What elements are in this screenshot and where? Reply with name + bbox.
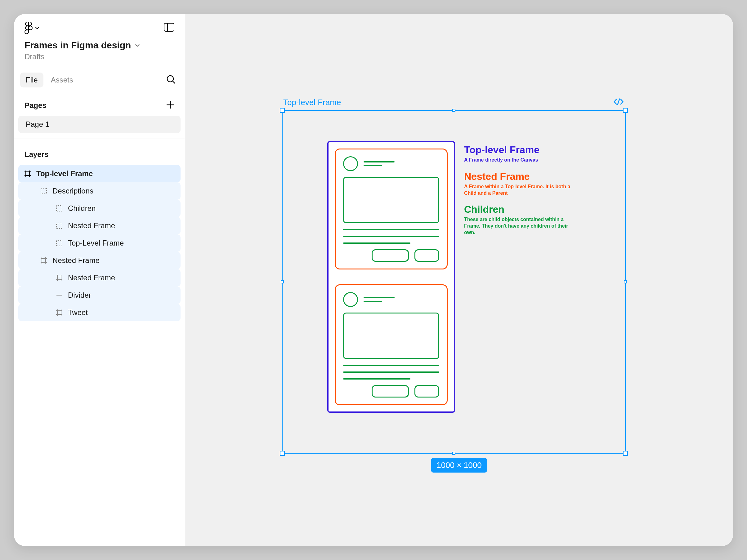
chevron-down-icon — [35, 26, 40, 29]
child-button — [371, 385, 409, 398]
desc-top-body: A Frame directly on the Canvas — [464, 157, 579, 163]
layer-row-divider[interactable]: Divider — [18, 287, 181, 304]
desc-children-body: These are child objects contained within… — [464, 216, 579, 236]
line-icon — [55, 291, 63, 299]
child-line — [343, 236, 439, 237]
child-imagebox — [343, 177, 439, 223]
add-page-button[interactable] — [166, 101, 174, 110]
resize-handle-tr[interactable] — [623, 108, 628, 113]
child-imagebox — [343, 313, 439, 359]
layer-row-descriptions[interactable]: Descriptions — [18, 182, 181, 200]
page-item[interactable]: Page 1 — [18, 116, 181, 133]
child-button — [414, 385, 439, 398]
child-avatar — [343, 292, 358, 307]
layer-label: Descriptions — [52, 187, 93, 195]
svg-rect-10 — [56, 240, 62, 246]
svg-rect-1 — [164, 23, 174, 31]
dev-mode-button[interactable] — [613, 98, 624, 106]
desc-nested-body: A Frame within a Top-level Frame. It is … — [464, 184, 579, 196]
layer-row-nested-frame-inner[interactable]: Nested Frame — [18, 269, 181, 287]
app-window: Frames in Figma design Drafts File Asset… — [14, 14, 733, 546]
desc-children-title: Children — [464, 204, 579, 215]
resize-handle-b[interactable] — [452, 452, 456, 455]
code-icon — [613, 98, 624, 105]
layer-row-top-level-frame[interactable]: Top-level Frame — [18, 165, 181, 182]
layer-row-top-level-frame-group[interactable]: Top-Level Frame — [18, 234, 181, 252]
frame-icon — [24, 170, 31, 177]
layer-label: Top-level Frame — [36, 169, 93, 178]
layer-label: Divider — [68, 291, 91, 299]
group-icon — [40, 187, 48, 195]
layer-label: Nested Frame — [68, 221, 115, 230]
layer-row-tweet[interactable]: Tweet — [18, 304, 181, 321]
frame-icon — [55, 274, 63, 282]
layer-label: Children — [68, 204, 96, 213]
svg-rect-8 — [56, 206, 62, 211]
toggle-panels-button[interactable] — [164, 23, 174, 33]
resize-handle-r[interactable] — [624, 280, 627, 284]
layer-row-nested-frame-group[interactable]: Nested Frame — [18, 217, 181, 234]
dimensions-badge: 1000 × 1000 — [431, 458, 487, 473]
child-line — [343, 378, 410, 379]
descriptions-block[interactable]: Top-level Frame A Frame directly on the … — [464, 144, 579, 243]
panels-icon — [164, 23, 174, 32]
child-button — [371, 249, 409, 262]
desc-top-title: Top-level Frame — [464, 144, 579, 156]
layer-label: Tweet — [68, 308, 88, 317]
layer-label: Top-Level Frame — [68, 239, 124, 247]
layer-label: Nested Frame — [68, 273, 115, 282]
layer-label: Nested Frame — [52, 256, 100, 265]
child-line — [364, 161, 394, 162]
child-line — [343, 371, 439, 373]
child-line — [343, 242, 410, 244]
tab-assets[interactable]: Assets — [45, 73, 79, 87]
group-icon — [55, 205, 63, 212]
svg-rect-9 — [56, 223, 62, 229]
frame-icon — [55, 309, 63, 316]
file-title-block: Frames in Figma design Drafts — [14, 38, 185, 68]
svg-rect-7 — [41, 188, 47, 194]
desc-nested-title: Nested Frame — [464, 171, 579, 182]
nested-frame-object[interactable] — [335, 149, 448, 269]
group-icon — [55, 239, 63, 247]
layers-heading: Layers — [14, 139, 185, 163]
resize-handle-br[interactable] — [623, 451, 628, 456]
child-line — [364, 301, 382, 302]
file-title[interactable]: Frames in Figma design — [25, 40, 174, 51]
top-level-frame-object[interactable] — [327, 141, 455, 413]
panel-tabs-row: File Assets — [14, 68, 185, 92]
layers-tree: Top-level Frame Descriptions Children Ne… — [14, 163, 185, 321]
group-icon — [55, 222, 63, 230]
plus-icon — [166, 101, 174, 109]
selected-frame-label[interactable]: Top-level Frame — [283, 98, 341, 107]
child-line — [343, 365, 439, 366]
tab-file[interactable]: File — [20, 73, 44, 87]
canvas[interactable]: Top-level Frame — [185, 14, 733, 546]
resize-handle-t[interactable] — [452, 109, 456, 112]
resize-handle-l[interactable] — [281, 280, 284, 284]
svg-point-0 — [29, 26, 32, 30]
child-avatar — [343, 156, 358, 171]
frame-icon — [40, 257, 48, 264]
pages-header: Pages — [14, 92, 185, 116]
figma-logo-icon — [25, 22, 32, 34]
file-location[interactable]: Drafts — [25, 52, 174, 61]
child-button — [414, 249, 439, 262]
left-panel: Frames in Figma design Drafts File Asset… — [14, 14, 185, 546]
selection-box[interactable]: Top-level Frame A Frame directly on the … — [282, 110, 626, 454]
child-line — [343, 229, 439, 230]
layer-row-nested-frame[interactable]: Nested Frame — [18, 252, 181, 269]
search-button[interactable] — [166, 75, 176, 85]
resize-handle-tl[interactable] — [280, 108, 285, 113]
resize-handle-bl[interactable] — [280, 451, 285, 456]
main-menu-button[interactable] — [25, 22, 40, 34]
svg-line-4 — [173, 81, 175, 83]
svg-point-3 — [167, 76, 174, 82]
child-line — [364, 297, 394, 298]
panel-header — [14, 14, 185, 38]
pages-heading[interactable]: Pages — [25, 101, 47, 110]
child-line — [364, 165, 382, 166]
nested-frame-object[interactable] — [335, 284, 448, 405]
search-icon — [166, 75, 176, 84]
layer-row-children[interactable]: Children — [18, 200, 181, 217]
